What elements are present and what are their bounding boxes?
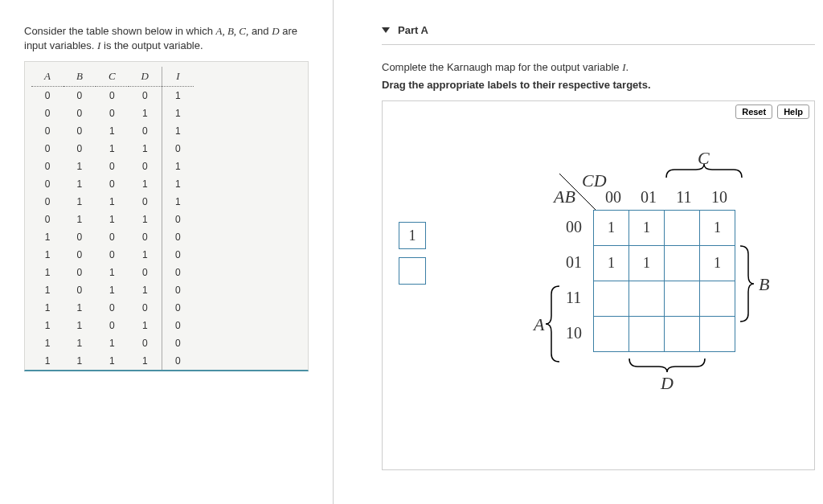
cell: 0	[63, 228, 96, 246]
cell: 0	[31, 122, 63, 140]
cell: 0	[129, 193, 162, 211]
cell: 1	[96, 193, 129, 211]
brace-var-c: C	[698, 148, 710, 169]
cell: 0	[31, 140, 63, 158]
cell: 0	[162, 140, 193, 158]
table-row: 01101	[31, 193, 194, 211]
cell: 0	[63, 104, 96, 122]
kmap-cell[interactable]: 1	[594, 246, 629, 281]
kmap-cell[interactable]	[594, 317, 629, 352]
cell: 1	[129, 352, 162, 370]
cell: 1	[162, 122, 193, 140]
cell: 0	[162, 246, 193, 264]
cell: 1	[162, 193, 193, 211]
cell: 1	[96, 334, 129, 352]
cell: 1	[63, 352, 96, 370]
cell: 0	[31, 104, 63, 122]
table-row: 00001	[31, 87, 194, 105]
table-row: 01001	[31, 158, 194, 175]
text: Consider the table shown below in which	[24, 25, 215, 37]
part-header[interactable]: Part A	[382, 24, 815, 45]
kmap-cell[interactable]	[629, 281, 665, 317]
brace-var-d: D	[661, 373, 674, 394]
cell: 0	[96, 158, 129, 175]
row-hdr-10: 10	[566, 324, 582, 342]
cell: 0	[96, 104, 129, 122]
text: Complete the Karnaugh map for the output…	[382, 61, 622, 73]
cell: 1	[129, 104, 162, 122]
kmap-cell[interactable]: 1	[700, 211, 735, 246]
brace-var-b: B	[759, 274, 769, 295]
draggable-tray: 1	[399, 222, 426, 285]
vars-abc: A, B, C,	[215, 25, 248, 37]
th-c: C	[96, 67, 129, 87]
cell: 1	[96, 281, 129, 299]
cell: 1	[63, 211, 96, 228]
cell: 1	[129, 175, 162, 193]
kmap-cell[interactable]	[665, 317, 700, 352]
kmap-cell[interactable]: 1	[594, 211, 629, 246]
var-d: D	[272, 25, 279, 37]
cell: 0	[96, 87, 129, 105]
cell: 1	[31, 264, 63, 281]
collapse-caret-icon[interactable]	[382, 27, 390, 33]
cell: 0	[129, 264, 162, 281]
kmap-workspace: Reset Help 1 CD AB C	[382, 100, 815, 470]
kmap-cell[interactable]: 1	[700, 246, 735, 281]
table-row: 10100	[31, 264, 194, 281]
kmap-row: 111	[594, 246, 735, 281]
cell: 0	[129, 122, 162, 140]
table-row: 11010	[31, 317, 194, 334]
kmap-cell[interactable]	[700, 317, 735, 352]
th-d: D	[129, 67, 162, 87]
brace-var-a: A	[534, 314, 544, 335]
row-hdr-00: 00	[566, 218, 582, 236]
row-hdr-11: 11	[566, 289, 581, 307]
kmap-row	[594, 281, 735, 317]
problem-statement: Consider the table shown below in which …	[24, 24, 309, 53]
col-hdr-00: 00	[601, 188, 625, 207]
cell: 1	[162, 158, 193, 175]
table-row: 00011	[31, 104, 194, 122]
cell: 1	[96, 211, 129, 228]
kmap-cell[interactable]	[665, 246, 700, 281]
cell: 0	[162, 281, 193, 299]
table-row: 11100	[31, 334, 194, 352]
col-hdr-01: 01	[637, 188, 661, 207]
cell: 0	[162, 352, 193, 370]
kmap-cell[interactable]: 1	[629, 211, 665, 246]
draggable-label-blank[interactable]	[399, 257, 426, 285]
cell: 1	[63, 334, 96, 352]
cell: 0	[96, 317, 129, 334]
cell: 1	[63, 158, 96, 175]
cell: 1	[96, 122, 129, 140]
cell: 0	[31, 158, 63, 175]
table-row: 01110	[31, 211, 194, 228]
cell: 0	[63, 122, 96, 140]
kmap-cell[interactable]	[629, 317, 665, 352]
kmap-cell[interactable]: 1	[629, 246, 665, 281]
kmap-cell[interactable]	[665, 281, 700, 317]
cell: 0	[129, 158, 162, 175]
th-b: B	[63, 67, 96, 87]
instruction: Complete the Karnaugh map for the output…	[382, 61, 815, 74]
cell: 1	[129, 281, 162, 299]
kmap-cell[interactable]	[700, 281, 735, 317]
kmap-cell[interactable]	[665, 211, 700, 246]
cell: 0	[31, 211, 63, 228]
th-i: I	[162, 67, 193, 87]
kmap-grid: 111111	[593, 210, 735, 352]
cell: 1	[31, 334, 63, 352]
cell: 0	[162, 317, 193, 334]
cell: 0	[63, 87, 96, 105]
kmap-cell[interactable]	[594, 281, 629, 317]
cell: 1	[129, 317, 162, 334]
col-hdr-11: 11	[672, 188, 696, 207]
cell: 1	[63, 299, 96, 317]
draggable-label-1[interactable]: 1	[399, 222, 426, 249]
cell: 0	[129, 228, 162, 246]
cell: 1	[129, 140, 162, 158]
cell: 0	[96, 246, 129, 264]
truth-table-container: A B C D I 000010001100101001100100101011…	[24, 61, 309, 371]
col-hdr-10: 10	[707, 188, 731, 207]
